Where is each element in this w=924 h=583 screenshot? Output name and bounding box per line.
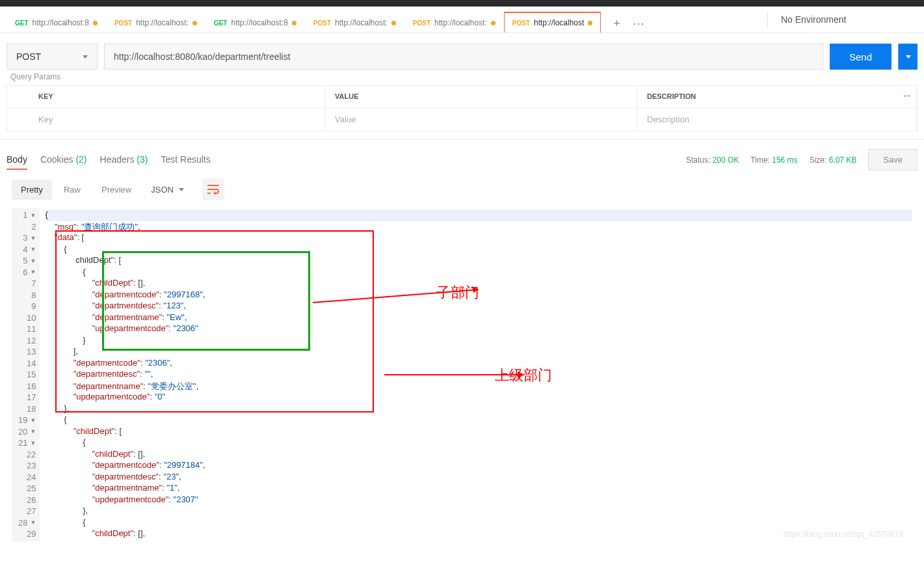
- request-tab[interactable]: GEThttp://localhost:8: [205, 12, 305, 33]
- tab-headers[interactable]: Headers (3): [100, 150, 148, 170]
- environment-selector[interactable]: No Environment: [768, 7, 924, 33]
- method-badge: POST: [313, 20, 331, 27]
- method-badge: POST: [512, 20, 530, 27]
- caret-down-icon: [83, 55, 88, 59]
- unsaved-dot-icon: [491, 21, 495, 25]
- method-badge: POST: [114, 20, 132, 27]
- view-pretty[interactable]: Pretty: [12, 180, 52, 200]
- send-dropdown[interactable]: [898, 44, 917, 70]
- col-header-value: VALUE: [326, 86, 638, 107]
- request-tab[interactable]: GEThttp://localhost:8: [7, 12, 106, 33]
- method-select[interactable]: POST: [7, 44, 98, 70]
- request-tab-active[interactable]: POSThttp://localhost: [504, 12, 601, 33]
- tab-test-results[interactable]: Test Results: [161, 150, 210, 170]
- caret-down-icon: [906, 55, 911, 59]
- request-tabs: GEThttp://localhost:8 POSThttp://localho…: [0, 7, 767, 33]
- request-row: POST Send: [0, 33, 924, 76]
- method-badge: GET: [214, 20, 228, 27]
- response-tabs-row: Body Cookies (2) Headers (3) Test Result…: [0, 139, 924, 170]
- method-badge: POST: [413, 20, 430, 27]
- new-tab-button[interactable]: +: [607, 14, 626, 33]
- window-chrome: [0, 0, 924, 7]
- tab-menu-icon[interactable]: ⋯: [629, 14, 648, 33]
- annotation-parent: 上级部门: [495, 366, 552, 385]
- send-button[interactable]: Send: [830, 44, 891, 70]
- view-preview[interactable]: Preview: [92, 180, 140, 200]
- value-input[interactable]: Value: [326, 108, 638, 131]
- time-label: Time: 156 ms: [750, 156, 797, 165]
- unsaved-dot-icon: [588, 21, 592, 25]
- response-body: 1 ▼23 ▼4 ▼5 ▼6 ▼78910111213141516171819 …: [12, 208, 912, 541]
- code-content[interactable]: 子部门 上级部门 { "msg": "查询部门成功", "data": [ { …: [40, 208, 912, 541]
- annotation-child: 子部门: [436, 283, 479, 303]
- desc-input[interactable]: Description: [638, 108, 897, 131]
- col-header-desc: DESCRIPTION: [638, 86, 897, 107]
- view-raw[interactable]: Raw: [55, 180, 90, 200]
- tab-body[interactable]: Body: [7, 150, 27, 170]
- response-view-bar: Pretty Raw Preview JSON: [0, 170, 924, 208]
- header: GEThttp://localhost:8 POSThttp://localho…: [0, 7, 924, 33]
- format-select[interactable]: JSON: [143, 180, 192, 200]
- wrap-lines-icon[interactable]: [202, 178, 224, 200]
- query-params-label: Query Params: [0, 72, 924, 81]
- request-tab[interactable]: POSThttp://localhost:: [305, 12, 404, 33]
- save-response-button[interactable]: Save: [868, 149, 917, 170]
- size-label: Size: 6.07 KB: [810, 156, 857, 165]
- watermark: https://blog.csdn.net/qq_42570879: [784, 530, 903, 539]
- request-tab[interactable]: POSThttp://localhost:: [106, 12, 205, 33]
- key-input[interactable]: Key: [7, 108, 326, 131]
- tab-cookies[interactable]: Cookies (2): [40, 150, 87, 170]
- unsaved-dot-icon: [93, 21, 98, 25]
- request-tab[interactable]: POSThttp://localhost:: [404, 12, 504, 33]
- unsaved-dot-icon: [391, 21, 396, 25]
- params-table: KEY VALUE DESCRIPTION ⋯ Key Value Descri…: [7, 85, 917, 131]
- method-badge: GET: [15, 20, 29, 27]
- table-options-icon[interactable]: ⋯: [897, 86, 917, 107]
- col-header-key: KEY: [7, 86, 326, 107]
- line-gutter: 1 ▼23 ▼4 ▼5 ▼6 ▼78910111213141516171819 …: [12, 208, 40, 541]
- caret-down-icon: [179, 188, 184, 191]
- unsaved-dot-icon: [192, 21, 197, 25]
- unsaved-dot-icon: [292, 21, 297, 25]
- status-label: Status: 200 OK: [686, 156, 739, 165]
- url-input[interactable]: [104, 44, 823, 70]
